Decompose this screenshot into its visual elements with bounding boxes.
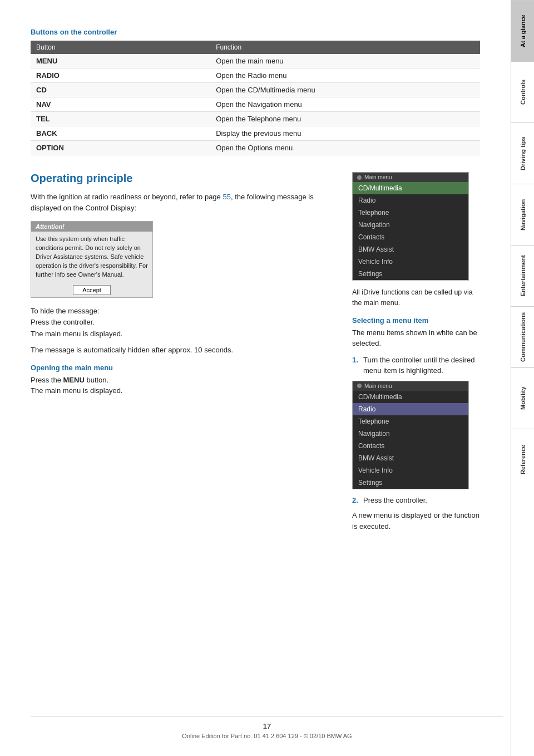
table-header: Button Function xyxy=(31,41,480,54)
button-function-cell: Open the Navigation menu xyxy=(210,97,480,112)
table-row: MENUOpen the main menu xyxy=(31,54,480,68)
table-row: TELOpen the Telephone menu xyxy=(31,112,480,126)
screenshot1-header: Main menu xyxy=(353,173,468,182)
button-function-cell: Open the main menu xyxy=(210,54,480,68)
menu-item: CD/Multimedia xyxy=(353,182,468,194)
attention-header: Attention! xyxy=(31,222,152,232)
menu-item: Vehicle Info xyxy=(353,464,468,477)
menu-item: Telephone xyxy=(353,207,468,219)
copyright-text: Online Edition for Part no. 01 41 2 604 … xyxy=(31,733,503,739)
screenshot2-title: Main menu xyxy=(364,383,392,389)
table-row: BACKDisplay the previous menu xyxy=(31,126,480,141)
page-number: 17 xyxy=(31,722,503,730)
selecting-menu-item-title: Selecting a menu item xyxy=(352,316,480,325)
main-menu-caption: All iDrive functions can be called up vi… xyxy=(352,287,480,308)
button-function-cell: Open the CD/Multimedia menu xyxy=(210,83,480,97)
screenshot2-header: Main menu xyxy=(353,381,468,391)
table-row: NAVOpen the Navigation menu xyxy=(31,97,480,112)
menu1-items: CD/MultimediaRadioTelephoneNavigationCon… xyxy=(353,182,468,280)
step-1-number: 1. xyxy=(352,355,360,376)
selecting-menu-item-intro: The menu items shown in white can be sel… xyxy=(352,327,480,349)
sidebar-tabs: At a glanceControlsDriving tipsNavigatio… xyxy=(511,0,534,490)
sidebar-tab-at-a-glance[interactable]: At a glance xyxy=(511,0,534,61)
button-name-cell: NAV xyxy=(31,97,210,112)
main-content: Buttons on the controller Button Functio… xyxy=(0,0,511,756)
step-1-text: Turn the controller until the desired me… xyxy=(363,355,480,376)
menu-item: BMW Assist xyxy=(353,452,468,464)
menu-item: Vehicle Info xyxy=(353,256,468,268)
menu-item: Settings xyxy=(353,477,468,489)
button-name-cell: OPTION xyxy=(31,141,210,155)
table-row: RADIOOpen the Radio menu xyxy=(31,68,480,83)
right-column: Main menu CD/MultimediaRadioTelephoneNav… xyxy=(352,172,480,539)
after-step2-text: A new menu is displayed or the function … xyxy=(352,510,480,532)
page-footer: 17 Online Edition for Part no. 01 41 2 6… xyxy=(31,716,503,745)
button-name-cell: CD xyxy=(31,83,210,97)
opening-main-menu-title: Opening the main menu xyxy=(31,364,335,372)
button-name-cell: RADIO xyxy=(31,68,210,83)
page-link[interactable]: 55 xyxy=(222,193,230,201)
buttons-section-title: Buttons on the controller xyxy=(31,28,480,36)
buttons-section: Buttons on the controller Button Functio… xyxy=(31,28,480,155)
sidebar-tab-communications[interactable]: Communications xyxy=(511,306,534,367)
menu-item: Navigation xyxy=(353,219,468,231)
menu-dot-icon-2 xyxy=(357,384,362,388)
sidebar-tab-entertainment[interactable]: Entertainment xyxy=(511,245,534,306)
main-menu-screenshot2: Main menu CD/MultimediaRadioTelephoneNav… xyxy=(352,381,469,489)
step-2: 2. Press the controller. xyxy=(352,495,480,506)
auto-hide-text: The message is automatically hidden afte… xyxy=(31,345,335,356)
menu-button-label: MENU xyxy=(63,376,85,384)
menu-item: Contacts xyxy=(353,231,468,243)
col-header-function: Function xyxy=(210,41,480,54)
sidebar-tab-driving-tips[interactable]: Driving tips xyxy=(511,122,534,184)
step-2-number: 2. xyxy=(352,495,360,506)
menu-item: Radio xyxy=(353,403,468,415)
main-menu-screenshot1: Main menu CD/MultimediaRadioTelephoneNav… xyxy=(352,172,469,281)
button-name-cell: MENU xyxy=(31,54,210,68)
menu-item: Radio xyxy=(353,194,468,207)
button-function-cell: Display the previous menu xyxy=(210,126,480,141)
button-function-cell: Open the Radio menu xyxy=(210,68,480,83)
buttons-table-body: MENUOpen the main menuRADIOOpen the Radi… xyxy=(31,54,480,155)
button-function-cell: Open the Telephone menu xyxy=(210,112,480,126)
col-header-button: Button xyxy=(31,41,210,54)
operating-principle-section: Operating principle With the ignition at… xyxy=(31,172,480,539)
menu-item: BMW Assist xyxy=(353,243,468,256)
operating-principle-intro: With the ignition at radio readiness or … xyxy=(31,192,335,213)
button-name-cell: TEL xyxy=(31,112,210,126)
sidebar-tab-controls[interactable]: Controls xyxy=(511,61,534,122)
accept-button[interactable]: Accept xyxy=(73,285,111,295)
sidebar-tab-reference[interactable]: Reference xyxy=(511,429,534,490)
operating-principle-title: Operating principle xyxy=(31,172,335,185)
sidebar-tab-navigation[interactable]: Navigation xyxy=(511,184,534,245)
menu-item: Navigation xyxy=(353,428,468,440)
hide-message-text: To hide the message: Press the controlle… xyxy=(31,306,335,340)
attention-box: Attention! Use this system only when tra… xyxy=(31,221,153,298)
step-2-text: Press the controller. xyxy=(363,495,427,506)
buttons-table: Button Function MENUOpen the main menuRA… xyxy=(31,41,480,155)
menu-item: CD/Multimedia xyxy=(353,391,468,403)
attention-footer: Accept xyxy=(31,283,152,297)
menu-item: Telephone xyxy=(353,415,468,428)
button-function-cell: Open the Options menu xyxy=(210,141,480,155)
button-name-cell: BACK xyxy=(31,126,210,141)
menu-dot-icon xyxy=(357,175,362,180)
table-row: CDOpen the CD/Multimedia menu xyxy=(31,83,480,97)
menu-item: Settings xyxy=(353,268,468,280)
sidebar-tab-mobility[interactable]: Mobility xyxy=(511,367,534,429)
table-row: OPTIONOpen the Options menu xyxy=(31,141,480,155)
step-1: 1. Turn the controller until the desired… xyxy=(352,355,480,376)
press-menu-text: Press the MENU button. The main menu is … xyxy=(31,375,335,396)
attention-body: Use this system only when traffic condit… xyxy=(31,232,152,283)
sidebar: At a glanceControlsDriving tipsNavigatio… xyxy=(511,0,534,756)
screenshot1-title: Main menu xyxy=(364,174,392,180)
left-column: Operating principle With the ignition at… xyxy=(31,172,335,539)
main-menu-screenshot1-container: Main menu CD/MultimediaRadioTelephoneNav… xyxy=(352,172,480,281)
menu-item: Contacts xyxy=(353,440,468,452)
menu2-items: CD/MultimediaRadioTelephoneNavigationCon… xyxy=(353,391,468,489)
